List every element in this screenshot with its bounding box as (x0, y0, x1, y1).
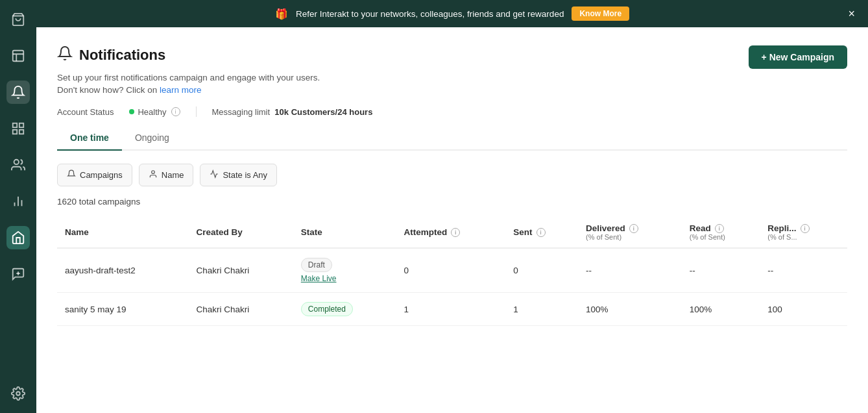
add-chat-icon[interactable] (6, 262, 30, 286)
row2-created-by: Chakri Chakri (189, 293, 293, 326)
row2-name: sanity 5 may 19 (57, 293, 189, 326)
banner-text: Refer Interakt to your networks, colleag… (296, 9, 564, 19)
col-replied: Repli... i (% of S... (760, 217, 847, 248)
users-icon[interactable] (6, 153, 30, 177)
subtitle-line2: Don't know how? Click on learn more (57, 85, 320, 95)
know-more-button[interactable]: Know More (572, 6, 629, 21)
shop-icon[interactable] (6, 226, 30, 249)
col-delivered: Delivered i (% of Sent) (578, 217, 682, 248)
bag-icon[interactable] (6, 8, 30, 31)
campaigns-filter-icon (67, 169, 76, 181)
title-section: Notifications Set up your first notifica… (57, 45, 320, 97)
new-campaign-button[interactable]: + New Campaign (749, 45, 847, 69)
messaging-limit-value: 10k Customers/24 hours (274, 107, 372, 117)
row2-sent: 1 (505, 293, 578, 326)
tab-ongoing[interactable]: Ongoing (122, 126, 182, 151)
banner-close-button[interactable]: × (848, 8, 855, 19)
row1-created-by: Chakri Chakri (189, 248, 293, 293)
account-status-label: Account Status (57, 107, 114, 117)
row1-delivered: -- (578, 248, 682, 293)
campaign-tabs: One time Ongoing (57, 126, 847, 151)
notifications-page-icon (57, 45, 73, 65)
row1-attempted: 0 (396, 248, 505, 293)
row1-sent: 0 (505, 248, 578, 293)
inbox-icon[interactable] (6, 44, 30, 68)
replied-sub: (% of S... (767, 233, 839, 241)
table-header-row: Name Created By State Attempted i Sent (57, 217, 847, 248)
chart-icon[interactable] (6, 190, 30, 213)
healthy-label: Healthy (138, 107, 166, 117)
campaigns-filter-button[interactable]: Campaigns (57, 164, 132, 186)
row1-state-badge: Draft (301, 258, 332, 272)
page-content: Notifications Set up your first notifica… (36, 27, 868, 413)
name-filter-label: Name (162, 170, 184, 180)
row1-state: Draft Make Live (293, 248, 396, 293)
status-bar: Account Status Healthy i Messaging limit… (57, 106, 847, 117)
page-title: Notifications (79, 47, 165, 64)
delivered-info-icon[interactable]: i (629, 224, 638, 233)
read-sub: (% of Sent) (690, 233, 753, 241)
col-name: Name (57, 217, 189, 248)
filters-row: Campaigns Name State is Any (57, 164, 847, 186)
svg-rect-5 (19, 130, 23, 134)
row2-read: 100% (682, 293, 760, 326)
sidebar (0, 0, 36, 413)
table-row: sanity 5 may 19 Chakri Chakri Completed … (57, 293, 847, 326)
table-row: aayush-draft-test2 Chakri Chakri Draft M… (57, 248, 847, 293)
name-filter-icon (149, 169, 158, 181)
svg-rect-3 (19, 123, 23, 127)
row2-attempted: 1 (396, 293, 505, 326)
row2-state: Completed (293, 293, 396, 326)
row2-delivered: 100% (578, 293, 682, 326)
healthy-info-icon[interactable]: i (171, 107, 180, 116)
read-info-icon[interactable]: i (715, 224, 724, 233)
svg-point-13 (151, 171, 154, 174)
messaging-limit: Messaging limit 10k Customers/24 hours (212, 107, 373, 117)
campaigns-table: Name Created By State Attempted i Sent (57, 217, 847, 326)
healthy-dot (129, 109, 134, 114)
svg-rect-1 (13, 51, 24, 62)
attempted-info-icon[interactable]: i (451, 228, 460, 237)
main-area: 🎁 Refer Interakt to your networks, colle… (36, 0, 868, 413)
notification-icon[interactable] (6, 81, 30, 104)
tab-one-time[interactable]: One time (57, 126, 122, 151)
row1-name: aayush-draft-test2 (57, 248, 189, 293)
healthy-status: Healthy i (129, 107, 180, 117)
state-filter-icon (210, 169, 219, 181)
col-state: State (293, 217, 396, 248)
status-divider (196, 106, 197, 117)
page-title-row: Notifications (57, 45, 320, 65)
make-live-link[interactable]: Make Live (301, 274, 389, 283)
gift-icon: 🎁 (275, 8, 288, 20)
state-filter-button[interactable]: State is Any (200, 164, 277, 186)
col-created-by: Created By (189, 217, 293, 248)
referral-banner: 🎁 Refer Interakt to your networks, colle… (36, 0, 868, 27)
total-campaigns-count: 1620 total campaigns (57, 197, 847, 206)
col-read: Read i (% of Sent) (682, 217, 760, 248)
name-filter-button[interactable]: Name (139, 164, 194, 186)
svg-point-6 (14, 160, 19, 164)
row2-state-badge: Completed (301, 302, 353, 316)
svg-rect-2 (13, 123, 17, 127)
sent-info-icon[interactable]: i (536, 228, 546, 237)
subtitle-line1: Set up your first notifications campaign… (57, 73, 320, 82)
replied-info-icon[interactable]: i (801, 224, 810, 233)
col-sent: Sent i (505, 217, 578, 248)
learn-more-link[interactable]: learn more (160, 85, 202, 95)
row1-replied: -- (760, 248, 847, 293)
page-header: Notifications Set up your first notifica… (57, 45, 847, 97)
delivered-sub: (% of Sent) (586, 233, 674, 241)
svg-point-12 (16, 392, 20, 395)
col-attempted: Attempted i (396, 217, 505, 248)
row2-replied: 100 (760, 293, 847, 326)
state-filter-label: State is Any (223, 170, 267, 180)
campaigns-table-wrapper: Name Created By State Attempted i Sent (57, 217, 847, 326)
settings-icon[interactable] (6, 382, 30, 405)
grid-icon[interactable] (6, 117, 30, 140)
row1-read: -- (682, 248, 760, 293)
svg-rect-4 (13, 130, 17, 134)
campaigns-filter-label: Campaigns (80, 170, 123, 180)
